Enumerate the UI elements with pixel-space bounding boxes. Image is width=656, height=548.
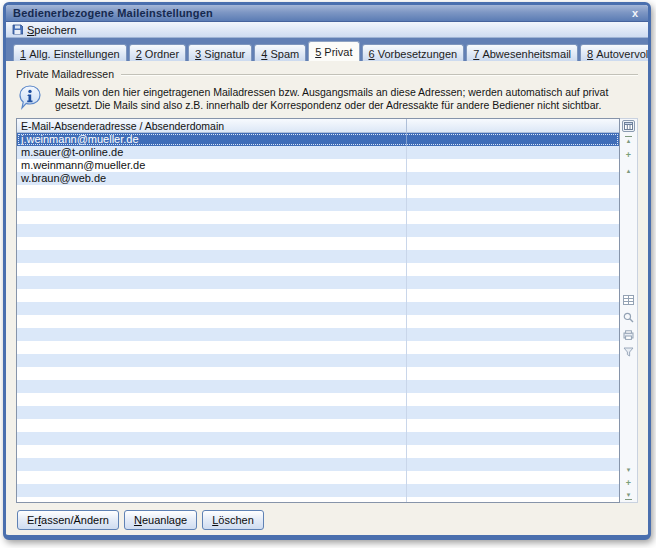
group-label: Private Mailadressen <box>16 68 114 80</box>
info-panel: Mails von den hier eingetragenen Mailadr… <box>18 84 638 112</box>
table-row-empty[interactable] <box>17 198 619 211</box>
table-row-empty[interactable] <box>17 250 619 263</box>
table-row-empty[interactable] <box>17 406 619 419</box>
filter-icon[interactable] <box>623 347 635 359</box>
table-row-empty[interactable] <box>17 393 619 406</box>
table-tool-strip: ▴ + ▴ <box>620 118 638 503</box>
column-chooser-icon[interactable] <box>622 120 635 132</box>
table-row-empty[interactable] <box>17 263 619 276</box>
table-row[interactable]: m.weinmann@mueller.de <box>17 159 619 172</box>
table-row-empty[interactable] <box>17 354 619 367</box>
neuanlage-button[interactable]: Neuanlage <box>124 510 197 530</box>
toolbar: Speichern <box>6 22 648 38</box>
page-up-icon[interactable]: + <box>620 151 637 159</box>
column-header-address[interactable]: E-Mail-Absenderadresse / Absenderdomain <box>17 119 407 132</box>
export-icon[interactable] <box>623 330 635 342</box>
table-row-empty[interactable] <box>17 497 619 502</box>
tab-8[interactable]: 8 Autovervollständigung <box>580 44 651 61</box>
tab-2[interactable]: 2 Ordner <box>129 44 186 61</box>
table-row-empty[interactable] <box>17 445 619 458</box>
table-row-empty[interactable] <box>17 328 619 341</box>
tab-7[interactable]: 7 Abwesenheitsmail <box>466 44 578 61</box>
save-icon <box>12 24 23 35</box>
table-row[interactable]: j.weinmann@mueller.de <box>17 133 619 146</box>
tab-1[interactable]: 1 Allg. Einstellungen <box>13 44 127 61</box>
table-body: j.weinmann@mueller.dem.sauer@t-online.de… <box>17 133 619 502</box>
table-row-empty[interactable] <box>17 341 619 354</box>
search-icon[interactable] <box>623 312 635 324</box>
table-row-empty[interactable] <box>17 484 619 497</box>
table-row-empty[interactable] <box>17 224 619 237</box>
title-bar: Bedienerbezogene Maileinstellungen x <box>6 5 648 22</box>
scroll-down-icon[interactable]: ▾ <box>620 466 637 474</box>
close-icon[interactable]: x <box>629 8 641 19</box>
table-row[interactable]: w.braun@web.de <box>17 172 619 185</box>
group-divider <box>121 74 638 75</box>
group-header: Private Mailadressen <box>16 68 638 80</box>
tab-page-privat: Private Mailadressen Mails von den hier … <box>6 61 648 535</box>
jump-bottom-icon[interactable]: ▾ <box>620 491 637 500</box>
table-row-empty[interactable] <box>17 458 619 471</box>
table-row[interactable]: m.sauer@t-online.de <box>17 146 619 159</box>
jump-top-icon[interactable]: ▴ <box>620 136 637 145</box>
save-button-label: Speichern <box>27 24 77 36</box>
loeschen-button[interactable]: Löschen <box>202 510 264 530</box>
window-title: Bedienerbezogene Maileinstellungen <box>13 7 213 19</box>
table-row-empty[interactable] <box>17 432 619 445</box>
action-button-row: Erfassen/ÄndernNeuanlageLöschen <box>17 510 638 530</box>
table-grid: E-Mail-Absenderadresse / Absenderdomain … <box>16 118 620 503</box>
tab-3[interactable]: 3 Signatur <box>188 44 252 61</box>
table-row-empty[interactable] <box>17 380 619 393</box>
column-header-empty[interactable] <box>407 119 619 132</box>
tab-strip: 1 Allg. Einstellungen2 Ordner3 Signatur4… <box>6 38 648 61</box>
settings-window: Bedienerbezogene Maileinstellungen x Spe… <box>3 2 651 540</box>
table-row-empty[interactable] <box>17 185 619 198</box>
info-text: Mails von den hier eingetragenen Mailadr… <box>55 84 608 112</box>
save-button[interactable]: Speichern <box>27 24 77 36</box>
table-row-empty[interactable] <box>17 419 619 432</box>
grid-icon[interactable] <box>623 295 635 307</box>
table-row-empty[interactable] <box>17 302 619 315</box>
table-header-row: E-Mail-Absenderadresse / Absenderdomain <box>17 119 619 133</box>
table-row-empty[interactable] <box>17 211 619 224</box>
table-row-empty[interactable] <box>17 289 619 302</box>
tab-5[interactable]: 5 Privat <box>308 41 359 61</box>
scroll-up-icon[interactable]: ▴ <box>620 167 637 175</box>
table-row-empty[interactable] <box>17 276 619 289</box>
mail-address-table: E-Mail-Absenderadresse / Absenderdomain … <box>16 118 638 503</box>
table-row-empty[interactable] <box>17 367 619 380</box>
table-row-empty[interactable] <box>17 315 619 328</box>
table-row-empty[interactable] <box>17 237 619 250</box>
page-down-icon[interactable]: + <box>620 479 637 487</box>
erfassen-aendern-button[interactable]: Erfassen/Ändern <box>17 510 119 530</box>
tab-4[interactable]: 4 Spam <box>254 44 306 61</box>
table-row-empty[interactable] <box>17 471 619 484</box>
info-icon <box>18 84 42 111</box>
tab-6[interactable]: 6 Vorbesetzungen <box>362 44 465 61</box>
